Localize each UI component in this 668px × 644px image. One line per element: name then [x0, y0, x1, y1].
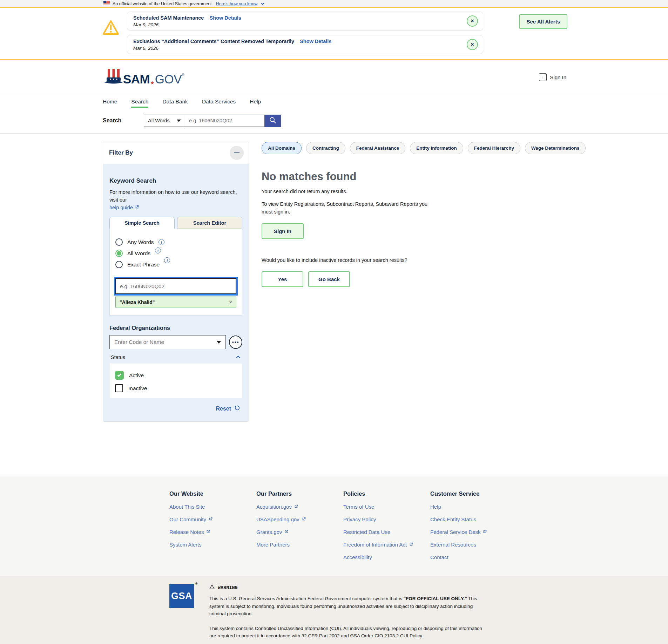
warning-paragraph-2: This system contains Controlled Unclassi… [209, 625, 490, 640]
inactive-records-question: Would you like to include inactive recor… [262, 257, 668, 263]
footer-link[interactable]: System Alerts [169, 542, 256, 548]
gov-banner: An official website of the United States… [0, 0, 668, 8]
footer-link[interactable]: External Resources [430, 542, 539, 548]
star-icon: ★ [150, 80, 155, 86]
checkbox-unchecked-icon[interactable] [115, 384, 123, 392]
domain-filter-pills: All Domains Contracting Federal Assistan… [262, 142, 668, 154]
warning-small-icon [209, 584, 215, 591]
radio-icon[interactable] [115, 238, 123, 246]
nav-item-data-bank[interactable]: Data Bank [162, 95, 188, 108]
how-you-know-link[interactable]: Here’s how you know [216, 1, 258, 6]
info-icon[interactable]: i [158, 239, 164, 245]
search-mode-value: All Words [148, 118, 170, 123]
show-details-link[interactable]: Show Details [210, 15, 241, 21]
collapse-filters-button[interactable] [230, 146, 244, 160]
alert-title: Scheduled SAM Maintenance [133, 15, 204, 21]
alert-close-button[interactable]: × [467, 39, 478, 50]
radio-icon[interactable] [115, 261, 123, 268]
footer-link[interactable]: Federal Service Desk [430, 529, 539, 535]
footer-link[interactable]: About This Site [169, 504, 256, 510]
pill-entity-information[interactable]: Entity Information [410, 142, 463, 154]
radio-option-any-words[interactable]: Any Words i [115, 238, 236, 246]
sam-gov-logo[interactable]: SAM ★ GOV ® [103, 68, 184, 86]
footer-link[interactable]: Freedom of Information Act [343, 542, 430, 548]
registered-mark: ® [195, 582, 198, 585]
footer-link[interactable]: Privacy Policy [343, 516, 430, 522]
footer-link[interactable]: Restricted Data Use [343, 529, 430, 535]
info-icon[interactable]: i [164, 257, 170, 263]
info-icon[interactable]: i [155, 248, 161, 253]
yes-button[interactable]: Yes [262, 271, 303, 287]
chevron-down-icon [261, 1, 264, 5]
footer-column-customer-service: Customer Service Help Check Entity Statu… [430, 490, 539, 567]
footer-link[interactable]: Terms of Use [343, 504, 430, 510]
sign-in-link[interactable]: ← Sign In [539, 73, 566, 81]
search-button[interactable] [265, 115, 281, 127]
refresh-icon [234, 405, 240, 412]
keyword-tabs: Simple Search Search Editor [109, 217, 242, 229]
chip-remove-icon[interactable]: × [229, 299, 232, 305]
tab-search-editor[interactable]: Search Editor [177, 217, 242, 229]
ellipsis-icon: ●●● [232, 340, 239, 344]
pill-federal-assistance[interactable]: Federal Assistance [350, 142, 406, 154]
pill-wage-determinations[interactable]: Wage Determinations [525, 142, 586, 154]
reset-label: Reset [216, 406, 231, 412]
footer-link[interactable]: Acquisition.gov [256, 504, 343, 510]
chevron-up-icon[interactable] [236, 355, 241, 360]
site-header: SAM ★ GOV ® ← Sign In [0, 60, 668, 95]
warning-title: WARNING [209, 584, 490, 591]
search-input[interactable] [185, 115, 265, 127]
see-all-alerts-button[interactable]: See All Alerts [519, 14, 567, 29]
footer-link[interactable]: Our Community [169, 516, 256, 522]
gsa-warning-section: GSA ® WARNING This is a U.S. General Ser… [0, 576, 668, 644]
federal-org-select[interactable]: Enter Code or Name [109, 335, 226, 349]
no-results-message: Your search did not return any results. [262, 188, 668, 196]
minus-icon [234, 152, 239, 153]
gsa-logo: GSA ® [169, 584, 194, 608]
uncle-sam-hat-icon [103, 68, 124, 86]
go-back-button[interactable]: Go Back [308, 271, 350, 287]
reset-filters[interactable]: Reset [112, 405, 240, 412]
footer-link[interactable]: USASpending.gov [256, 516, 343, 522]
sign-in-button[interactable]: Sign In [262, 223, 304, 239]
external-link-icon [294, 504, 298, 510]
status-option-inactive[interactable]: Inactive [115, 384, 237, 392]
footer-link[interactable]: More Partners [256, 542, 343, 548]
filter-panel-body: Keyword Search For more information on h… [103, 164, 249, 421]
keyword-input[interactable] [115, 278, 236, 294]
close-icon: × [471, 18, 474, 24]
show-details-link[interactable]: Show Details [300, 39, 331, 44]
us-flag-icon [103, 1, 110, 6]
pill-contracting[interactable]: Contracting [306, 142, 345, 154]
footer-link[interactable]: Help [430, 504, 539, 510]
close-icon: × [471, 42, 474, 47]
footer-link[interactable]: Accessibility [343, 554, 430, 560]
warning-block: WARNING This is a U.S. General Services … [209, 584, 490, 644]
status-header[interactable]: Status [111, 354, 240, 360]
external-link-icon [409, 542, 413, 548]
footer-link[interactable]: Grants.gov [256, 529, 343, 535]
pill-federal-hierarchy[interactable]: Federal Hierarchy [468, 142, 520, 154]
pill-all-domains[interactable]: All Domains [262, 142, 302, 154]
nav-item-data-services[interactable]: Data Services [202, 95, 236, 108]
caret-down-icon [217, 341, 221, 344]
nav-item-home[interactable]: Home [103, 95, 117, 108]
help-guide-link[interactable]: help guide [109, 204, 139, 212]
footer-heading: Our Partners [256, 490, 343, 497]
footer-link[interactable]: Contact [430, 554, 539, 560]
more-organizations-button[interactable]: ●●● [229, 335, 242, 349]
radio-icon-selected[interactable] [115, 250, 123, 257]
checkbox-label: Active [129, 372, 144, 379]
checkbox-checked-icon[interactable] [115, 371, 124, 380]
tab-simple-search[interactable]: Simple Search [109, 217, 175, 229]
radio-option-exact-phrase[interactable]: Exact Phrase i [115, 261, 236, 268]
footer-link[interactable]: Release Notes [169, 529, 256, 535]
footer-column-policies: Policies Terms of Use Privacy Policy Res… [343, 490, 430, 567]
nav-item-search[interactable]: Search [131, 95, 148, 108]
nav-item-help[interactable]: Help [250, 95, 261, 108]
search-mode-select[interactable]: All Words [144, 115, 185, 127]
radio-option-all-words[interactable]: All Words i [115, 250, 236, 257]
alert-close-button[interactable]: × [467, 15, 478, 27]
status-option-active[interactable]: Active [115, 371, 237, 380]
footer-link[interactable]: Check Entity Status [430, 516, 539, 522]
